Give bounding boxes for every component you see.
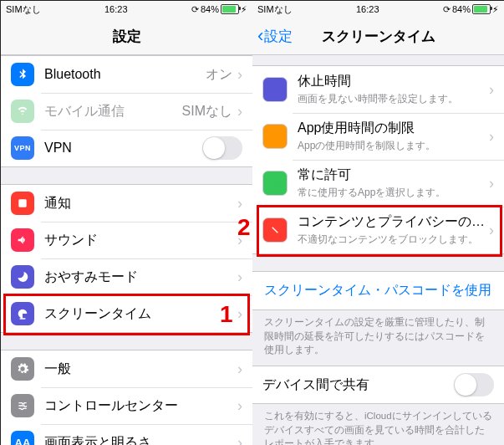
downtime-icon — [262, 77, 288, 102]
row-downtime[interactable]: 休止時間 画面を見ない時間帯を設定します。 › — [252, 66, 504, 113]
chevron-right-icon: › — [237, 397, 242, 415]
rotation-lock-icon: ⟳ — [191, 4, 199, 15]
row-label: 通知 — [44, 195, 237, 212]
row-dnd[interactable]: おやすみモード › — [1, 258, 252, 295]
battery-icon — [221, 4, 239, 14]
battery-percent: 84% — [452, 4, 471, 14]
row-share-across-devices[interactable]: デバイス間で共有 — [252, 366, 504, 403]
chevron-right-icon: › — [237, 66, 242, 84]
share-toggle[interactable] — [454, 373, 494, 396]
dnd-icon — [11, 265, 34, 289]
row-passcode-link[interactable]: スクリーンタイム・パスコードを使用 — [252, 271, 504, 310]
clock: 16:23 — [104, 4, 128, 14]
callout-number-2: 2 — [237, 214, 251, 241]
row-general[interactable]: 一般 › — [1, 350, 252, 387]
chevron-right-icon: › — [237, 434, 242, 446]
app-limits-icon — [262, 124, 288, 149]
row-label: App使用時間の制限 — [298, 120, 489, 137]
chevron-right-icon: › — [237, 305, 242, 323]
chevron-right-icon: › — [489, 222, 494, 239]
chevron-right-icon: › — [489, 175, 494, 192]
clock: 16:23 — [356, 4, 379, 14]
navbar: ‹ 設定 スクリーンタイム — [252, 18, 504, 55]
chevron-left-icon: ‹ — [257, 27, 263, 45]
row-subtitle: 画面を見ない時間帯を設定します。 — [298, 92, 489, 106]
row-always-allowed[interactable]: 常に許可 常に使用するAppを選択します。 › — [252, 160, 504, 207]
screentime-screen: SIMなし 16:23 ⟳ 84% ⚡︎ ‹ 設定 スクリーンタイム — [252, 1, 504, 445]
bluetooth-icon — [11, 63, 34, 86]
back-label: 設定 — [264, 27, 293, 46]
status-bar: SIMなし 16:23 ⟳ 84% ⚡︎ — [1, 1, 252, 18]
row-label: 休止時間 — [298, 73, 489, 90]
svg-rect-0 — [18, 199, 26, 207]
share-note: これを有効にすると、iCloudにサインインしているデバイスすべての画面を見てい… — [252, 404, 504, 445]
row-label: デバイス間で共有 — [262, 376, 454, 394]
battery-percent: 84% — [201, 4, 219, 14]
chevron-right-icon: › — [489, 128, 494, 146]
chevron-right-icon: › — [237, 103, 242, 120]
notifications-icon — [11, 192, 34, 215]
row-label: スクリーンタイム — [44, 305, 237, 323]
row-bluetooth[interactable]: Bluetooth オン › — [1, 56, 252, 93]
battery-icon — [472, 4, 491, 14]
row-label: 常に許可 — [298, 166, 489, 184]
row-label: コンテンツとプライバシーの制限 — [298, 213, 489, 231]
row-value: オン — [206, 66, 232, 84]
carrier-label: SIMなし — [257, 3, 293, 16]
rotation-lock-icon: ⟳ — [443, 4, 451, 15]
row-label: VPN — [44, 141, 202, 156]
screentime-icon — [11, 302, 34, 325]
vpn-icon: VPN — [11, 136, 34, 160]
content-privacy-icon — [262, 217, 288, 243]
row-value: SIMなし — [182, 103, 232, 120]
row-label: Bluetooth — [44, 67, 206, 82]
row-sound[interactable]: サウンド › — [1, 222, 252, 258]
row-subtitle: Appの使用時間を制限します。 — [298, 139, 489, 153]
row-label: 画面表示と明るさ — [44, 434, 237, 446]
row-screentime[interactable]: スクリーンタイム › — [1, 295, 252, 332]
link-label: スクリーンタイム・パスコードを使用 — [264, 283, 491, 297]
carrier-label: SIMなし — [6, 3, 41, 16]
cellular-icon — [11, 100, 34, 123]
row-subtitle: 不適切なコンテンツをブロックします。 — [298, 233, 489, 247]
row-vpn[interactable]: VPN VPN — [1, 130, 252, 166]
status-bar: SIMなし 16:23 ⟳ 84% ⚡︎ — [252, 1, 504, 18]
page-title: 設定 — [113, 27, 141, 46]
sound-icon — [11, 228, 34, 252]
control-center-icon — [11, 394, 34, 417]
row-content-privacy[interactable]: コンテンツとプライバシーの制限 不適切なコンテンツをブロックします。 › — [252, 207, 504, 253]
row-control-center[interactable]: コントロールセンター › — [1, 387, 252, 424]
row-cellular[interactable]: モバイル通信 SIMなし › — [1, 93, 252, 130]
back-button[interactable]: ‹ 設定 — [257, 27, 293, 46]
row-notifications[interactable]: 通知 › — [1, 185, 252, 222]
row-label: サウンド — [44, 232, 237, 249]
row-label: コントロールセンター — [44, 397, 237, 415]
page-title: スクリーンタイム — [322, 27, 435, 46]
svg-point-3 — [271, 85, 280, 95]
row-app-limits[interactable]: App使用時間の制限 Appの使用時間を制限します。 › — [252, 113, 504, 160]
row-label: モバイル通信 — [44, 103, 182, 120]
chevron-right-icon: › — [489, 81, 494, 99]
gear-icon — [11, 357, 34, 381]
row-display[interactable]: AA 画面表示と明るさ › — [1, 424, 252, 445]
chevron-right-icon: › — [237, 195, 242, 212]
chevron-right-icon: › — [237, 269, 242, 286]
chevron-right-icon: › — [237, 361, 242, 378]
charging-icon: ⚡︎ — [492, 4, 499, 15]
navbar: 設定 — [1, 18, 252, 55]
row-label: おやすみモード — [44, 269, 237, 286]
charging-icon: ⚡︎ — [241, 4, 247, 15]
display-icon: AA — [11, 431, 34, 445]
passcode-note: スクリーンタイムの設定を厳重に管理したり、制限時間の延長を許可したりするにはパス… — [252, 310, 504, 366]
row-subtitle: 常に使用するAppを選択します。 — [298, 186, 489, 200]
callout-number-1: 1 — [220, 301, 233, 328]
settings-screen: SIMなし 16:23 ⟳ 84% ⚡︎ 設定 Bluetooth オン › — [1, 1, 253, 445]
always-allowed-icon — [262, 171, 288, 196]
row-label: 一般 — [44, 361, 237, 378]
vpn-toggle[interactable] — [202, 136, 242, 160]
